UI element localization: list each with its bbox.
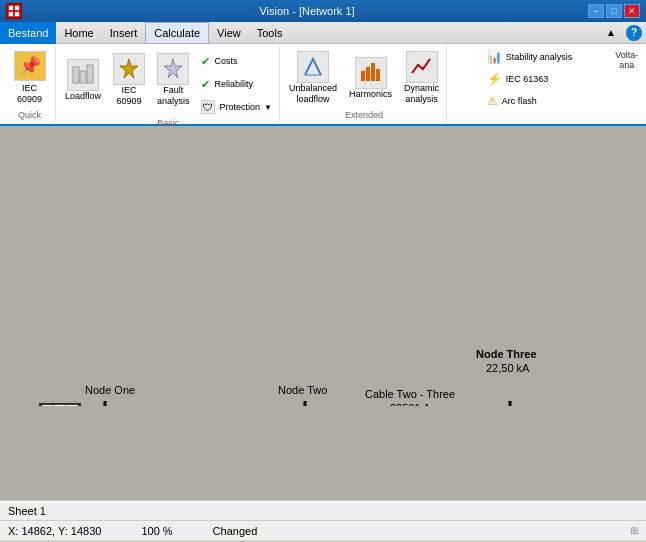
node-one-label: Node One	[85, 384, 135, 396]
svg-rect-4	[15, 12, 19, 16]
cable-label: Cable Two - Three	[365, 388, 455, 400]
node-two-label: Node Two	[278, 384, 327, 396]
arc-flash-label: Arc flash	[502, 96, 537, 106]
menu-view[interactable]: View	[209, 22, 249, 44]
coords-label: X: 14862, Y: 14830	[8, 525, 101, 537]
basic-small-group: ✔ Costs ✔ Reliability 🛡 Protection ▼	[196, 50, 276, 118]
protection-dropdown-icon: ▼	[264, 103, 272, 112]
iec61363-label: IEC 61363	[506, 74, 549, 84]
extended-buttons: Unbalancedloadflow Harmonics Dynamicanal…	[284, 46, 444, 110]
iec60909-button[interactable]: 📌 IEC60909	[8, 48, 52, 108]
costs-check-icon: ✔	[201, 55, 210, 68]
node-three-kA: 22,50 kA	[486, 362, 530, 374]
svg-rect-3	[9, 12, 13, 16]
window-controls: − □ ✕	[588, 4, 640, 18]
svg-rect-9	[366, 67, 370, 81]
stability-icon: 📊	[487, 50, 502, 64]
unbalanced-loadflow-button[interactable]: Unbalancedloadflow	[284, 48, 342, 108]
menu-insert[interactable]: Insert	[102, 22, 146, 44]
quick-buttons: 📌 IEC60909	[8, 46, 52, 110]
menu-calculate[interactable]: Calculate	[145, 22, 209, 44]
dynamic-label: Dynamicanalysis	[404, 83, 439, 105]
ribbon-collapse-icon[interactable]: ▲	[602, 25, 620, 40]
unbalanced-label: Unbalancedloadflow	[289, 83, 337, 105]
basic-buttons: Loadflow IEC60909 Faultanalysis ✔	[60, 46, 277, 118]
ribbon-group-right: 📊 Stability analysis ⚡ IEC 61363 ⚠ Arc f…	[449, 46, 609, 122]
stability-label: Stability analysis	[506, 52, 573, 62]
svg-rect-11	[376, 69, 380, 81]
svg-rect-7	[87, 65, 93, 83]
harmonics-button[interactable]: Harmonics	[344, 48, 397, 108]
cable-current: 22501 A	[390, 402, 431, 406]
iec60909-2-button[interactable]: IEC60909	[108, 50, 150, 110]
reliability-label: Reliability	[214, 79, 253, 89]
menu-bestand[interactable]: Bestand	[0, 22, 56, 44]
ribbon-group-voltage: Volta-ana	[611, 46, 642, 122]
fault-analysis-button[interactable]: Faultanalysis	[152, 50, 195, 110]
protection-button[interactable]: 🛡 Protection ▼	[196, 96, 276, 118]
costs-button[interactable]: ✔ Costs	[196, 50, 276, 72]
title-bar: Vision - [Network 1] − □ ✕	[0, 0, 646, 22]
extended-label: Extended	[345, 110, 383, 122]
harmonics-label: Harmonics	[349, 89, 392, 99]
ribbon-group-basic: Loadflow IEC60909 Faultanalysis ✔	[58, 46, 280, 122]
iec61363-button[interactable]: ⚡ IEC 61363	[482, 68, 578, 90]
loadflow-icon	[67, 59, 99, 91]
iec60909-label: IEC60909	[17, 83, 42, 105]
menu-bar: Bestand Home Insert Calculate View Tools…	[0, 22, 646, 44]
fault-analysis-label: Faultanalysis	[157, 85, 190, 107]
app-icon	[6, 3, 22, 19]
zoom-label: 100 %	[141, 525, 172, 537]
ribbon: 📌 IEC60909 Quick Loadflow IEC60909	[0, 44, 646, 126]
reliability-button[interactable]: ✔ Reliability	[196, 73, 276, 95]
iec60909-2-label: IEC60909	[116, 85, 141, 107]
ribbon-group-extended: Unbalancedloadflow Harmonics Dynamicanal…	[282, 46, 448, 122]
dynamic-icon	[406, 51, 438, 83]
arc-flash-button[interactable]: ⚠ Arc flash	[482, 90, 578, 112]
loadflow-button[interactable]: Loadflow	[60, 50, 106, 110]
sheet-label: Sheet 1	[8, 505, 46, 517]
menu-tools[interactable]: Tools	[249, 22, 291, 44]
iec60909-2-icon	[113, 53, 145, 85]
unbalanced-icon	[297, 51, 329, 83]
protection-icon: 🛡	[201, 100, 215, 114]
voltage-label: Volta-ana	[615, 46, 638, 70]
window-title: Vision - [Network 1]	[26, 5, 588, 17]
protection-label: Protection	[219, 102, 260, 112]
close-button[interactable]: ✕	[624, 4, 640, 18]
help-button[interactable]: ?	[626, 25, 642, 41]
resize-handle-icon: ⊞	[630, 525, 638, 536]
iec61363-icon: ⚡	[487, 72, 502, 86]
svg-rect-5	[73, 67, 79, 83]
fault-analysis-icon	[157, 53, 189, 85]
maximize-button[interactable]: □	[606, 4, 622, 18]
canvas: Node One Node Two Node Three 22,50 kA So…	[0, 126, 646, 500]
svg-rect-8	[361, 71, 365, 81]
svg-rect-10	[371, 63, 375, 81]
dynamic-analysis-button[interactable]: Dynamicanalysis	[399, 48, 444, 108]
svg-rect-6	[80, 71, 86, 83]
harmonics-icon	[355, 57, 387, 89]
menu-home[interactable]: Home	[56, 22, 101, 44]
loadflow-label: Loadflow	[65, 91, 101, 101]
status-bar-info: X: 14862, Y: 14830 100 % Changed ⊞	[0, 520, 646, 540]
minimize-button[interactable]: −	[588, 4, 604, 18]
right-buttons: 📊 Stability analysis ⚡ IEC 61363 ⚠ Arc f…	[482, 46, 578, 120]
status-bar-sheet: Sheet 1	[0, 500, 646, 520]
quick-label: Quick	[18, 110, 41, 122]
reliability-check-icon: ✔	[201, 78, 210, 91]
ribbon-group-quick: 📌 IEC60909 Quick	[4, 46, 56, 122]
svg-rect-21	[40, 404, 80, 406]
iec60909-icon: 📌	[14, 51, 46, 81]
stability-analysis-button[interactable]: 📊 Stability analysis	[482, 46, 578, 68]
svg-rect-1	[9, 6, 13, 10]
status-label: Changed	[213, 525, 258, 537]
svg-rect-2	[15, 6, 19, 10]
costs-label: Costs	[214, 56, 237, 66]
network-diagram: Node One Node Two Node Three 22,50 kA So…	[0, 126, 646, 406]
arc-flash-icon: ⚠	[487, 94, 498, 108]
node-three-label: Node Three	[476, 348, 537, 360]
